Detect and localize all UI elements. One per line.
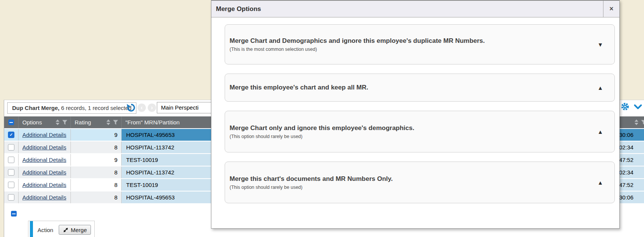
row-checkbox[interactable] (8, 169, 14, 176)
merge-options-dialog: Merge Options × Merge Chart and Demograp… (211, 0, 620, 229)
row-checkbox[interactable] (8, 182, 14, 188)
row-select-cell[interactable] (4, 166, 19, 178)
option-title: Merge this chart's documents and MR Numb… (230, 175, 597, 183)
select-all-checkbox[interactable] (8, 119, 14, 125)
additional-details-link[interactable]: Additional Details (22, 157, 66, 163)
column-label: Options (22, 119, 42, 126)
mrn-value: HOSPITAL-495653 (126, 132, 175, 138)
dialog-title: Merge Options (216, 5, 261, 13)
mrn-value: HOSPITAL-495653 (126, 194, 175, 201)
filter-icon[interactable] (641, 120, 644, 125)
additional-details-link[interactable]: Additional Details (22, 182, 66, 188)
option-title: Merge Chart and Demographics and ignore … (230, 37, 597, 45)
column-label: "From" MRN/Partition (125, 119, 180, 126)
refresh-undo-icon[interactable] (126, 103, 136, 113)
time-value: 47:52 (619, 157, 633, 163)
options-cell: Additional Details (19, 179, 71, 191)
expand-arrow-icon[interactable]: ▲ (597, 180, 603, 185)
options-cell: Additional Details (19, 154, 71, 166)
grid-summary: Dup Chart Merge, 6 records, 1 record sel… (7, 102, 136, 114)
merge-option-documents-and-mr-only[interactable]: Merge this chart's documents and MR Numb… (225, 162, 615, 203)
additional-details-link[interactable]: Additional Details (22, 132, 66, 138)
next-record-icon[interactable]: › (148, 104, 156, 112)
rating-value: 8 (114, 169, 117, 176)
option-subtitle: (This option should rarely be used) (230, 185, 597, 190)
option-subtitle: (This is the most common selection used) (230, 47, 597, 52)
filter-icon[interactable] (113, 120, 118, 125)
column-header-rating[interactable]: Rating (71, 116, 122, 128)
expand-arrow-icon[interactable]: ▲ (597, 129, 603, 135)
rating-value: 8 (114, 194, 117, 201)
time-value: 47:52 (619, 182, 633, 188)
row-checkbox[interactable] (8, 144, 14, 151)
select-all-header-cell (4, 116, 19, 128)
rating-cell: 8 (71, 191, 122, 203)
time-value: 30:06 (619, 194, 633, 201)
expand-arrow-icon[interactable]: ▼ (597, 42, 603, 47)
application-window: Dup Chart Merge, 6 records, 1 record sel… (0, 0, 644, 237)
option-text: Merge Chart only and ignore this employe… (230, 124, 597, 139)
options-cell: Additional Details (19, 191, 71, 203)
row-checkbox[interactable] (8, 157, 14, 163)
time-value: 02:34 (619, 169, 633, 176)
mrn-value: HOSPITAL-113742 (126, 169, 174, 176)
options-cell: Additional Details (19, 141, 71, 153)
rating-value: 9 (114, 157, 117, 163)
sort-icon[interactable] (635, 119, 638, 125)
gear-icon[interactable] (621, 102, 629, 111)
action-label: Action (38, 227, 53, 233)
time-value: 02:34 (619, 144, 633, 151)
row-select-cell[interactable] (4, 129, 19, 141)
rating-cell: 8 (71, 166, 122, 178)
option-subtitle: (This option should rarely be used) (230, 134, 597, 139)
row-checkbox[interactable] (8, 132, 14, 138)
row-select-cell[interactable] (4, 154, 19, 166)
time-value: 30:06 (619, 132, 633, 138)
merge-option-chart-only[interactable]: Merge Chart only and ignore this employe… (225, 111, 615, 152)
rating-cell: 9 (71, 154, 122, 166)
grid-title: Dup Chart Merge, (12, 105, 59, 111)
action-panel: Action Merge (28, 221, 95, 237)
expand-arrow-icon[interactable]: ▲ (597, 85, 603, 91)
filter-icon[interactable] (62, 120, 67, 125)
option-text: Merge this chart's documents and MR Numb… (230, 175, 597, 190)
select-all-footer (11, 211, 17, 217)
column-header-options[interactable]: Options (19, 116, 71, 128)
mrn-value: TEST-10019 (126, 182, 158, 188)
merge-option-chart-and-demographics[interactable]: Merge Chart and Demographics and ignore … (225, 24, 615, 64)
merge-option-keep-all-mr[interactable]: Merge this employee's chart and keep all… (225, 74, 615, 102)
additional-details-link[interactable]: Additional Details (22, 144, 66, 151)
select-all-checkbox-bottom[interactable] (11, 211, 17, 217)
prev-record-icon[interactable]: ‹ (138, 104, 146, 112)
mrn-value: HOSPITAL-113742 (126, 144, 174, 151)
rating-value: 9 (114, 132, 117, 138)
rating-value: 8 (114, 144, 117, 151)
merge-button-label: Merge (71, 227, 87, 233)
dialog-header: Merge Options × (211, 1, 619, 17)
chevron-down-icon[interactable] (634, 104, 642, 110)
mrn-value: TEST-10019 (126, 157, 158, 163)
sort-icon[interactable] (56, 119, 59, 125)
options-cell: Additional Details (19, 129, 71, 141)
option-text: Merge this employee's chart and keep all… (230, 84, 597, 91)
close-icon[interactable]: × (603, 1, 619, 17)
rating-cell: 8 (71, 179, 122, 191)
merge-button[interactable]: Merge (59, 225, 91, 235)
grid-record-count: 6 records, 1 record selected (59, 105, 131, 111)
option-text: Merge Chart and Demographics and ignore … (230, 37, 597, 52)
row-select-cell[interactable] (4, 141, 19, 153)
row-checkbox[interactable] (8, 194, 14, 201)
additional-details-link[interactable]: Additional Details (22, 194, 66, 201)
rating-cell: 9 (71, 129, 122, 141)
sort-icon[interactable] (106, 119, 110, 125)
column-label: Rating (75, 119, 91, 126)
row-select-cell[interactable] (4, 191, 19, 203)
row-select-cell[interactable] (4, 179, 19, 191)
option-title: Merge this employee's chart and keep all… (230, 84, 597, 91)
options-cell: Additional Details (19, 166, 71, 178)
option-title: Merge Chart only and ignore this employe… (230, 124, 597, 132)
rating-cell: 8 (71, 141, 122, 153)
additional-details-link[interactable]: Additional Details (22, 169, 66, 176)
dialog-body: Merge Chart and Demographics and ignore … (211, 17, 619, 228)
rating-value: 8 (114, 182, 117, 188)
